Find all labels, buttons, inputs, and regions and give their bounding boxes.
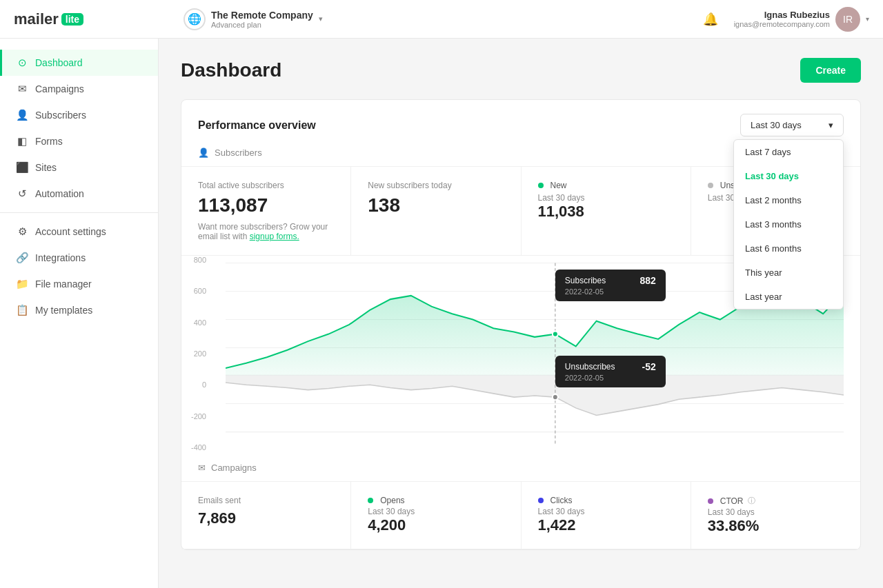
ctor-label: CTOR bbox=[720, 496, 744, 506]
sidebar-item-my-templates[interactable]: 📋 My templates bbox=[0, 297, 158, 323]
sidebar-item-file-manager[interactable]: 📁 File manager bbox=[0, 271, 158, 297]
period-label: Last 30 days bbox=[751, 120, 802, 130]
dropdown-item-30days[interactable]: Last 30 days bbox=[734, 164, 843, 188]
subscribe-dot bbox=[553, 331, 558, 336]
new-today-label: New subscribers today bbox=[368, 181, 504, 190]
signup-link[interactable]: signup forms. bbox=[250, 232, 299, 241]
clicks-header: Clicks bbox=[538, 496, 674, 505]
y-600: 600 bbox=[181, 287, 206, 295]
sidebar-item-label: Integrations bbox=[35, 252, 86, 263]
ctor-sub: Last 30 days bbox=[708, 507, 844, 517]
company-icon: 🌐 bbox=[183, 8, 206, 30]
ctor-info-icon: ⓘ bbox=[748, 496, 755, 506]
sidebar-item-forms[interactable]: ◧ Forms bbox=[0, 128, 158, 154]
sidebar-item-integrations[interactable]: 🔗 Integrations bbox=[0, 245, 158, 271]
y-800: 800 bbox=[181, 256, 206, 264]
campaigns-icon: ✉ bbox=[16, 83, 28, 95]
sidebar-item-dashboard[interactable]: ⊙ Dashboard bbox=[0, 50, 158, 76]
user-email: ignas@remotecompany.com bbox=[734, 20, 830, 28]
company-plan: Advanced plan bbox=[211, 21, 313, 29]
automation-icon: ↺ bbox=[16, 187, 28, 200]
stat-opens: Opens Last 30 days 4,200 bbox=[351, 482, 521, 549]
nav-divider bbox=[0, 212, 158, 213]
sidebar-item-account-settings[interactable]: ⚙ Account settings bbox=[0, 219, 158, 245]
logo-area: mailer lite bbox=[14, 10, 172, 28]
new-dot bbox=[538, 183, 544, 188]
main-content: Dashboard Create Performance overview La… bbox=[159, 39, 883, 588]
sidebar-item-label: My templates bbox=[35, 305, 92, 316]
dropdown-item-2months[interactable]: Last 2 months bbox=[734, 188, 843, 212]
clicks-dot bbox=[538, 498, 544, 503]
sidebar-item-label: Forms bbox=[35, 136, 63, 147]
sidebar-item-label: Dashboard bbox=[35, 57, 83, 68]
period-dropdown[interactable]: Last 30 days ▾ bbox=[740, 114, 844, 136]
sidebar-item-sites[interactable]: ⬛ Sites bbox=[0, 154, 158, 181]
sidebar-item-label: Subscribers bbox=[35, 110, 86, 121]
clicks-value: 1,422 bbox=[538, 516, 674, 534]
campaigns-label: Campaigns bbox=[211, 463, 257, 473]
create-button[interactable]: Create bbox=[800, 58, 861, 83]
user-menu[interactable]: Ignas Rubezius ignas@remotecompany.com I… bbox=[734, 7, 869, 32]
dropdown-item-7days[interactable]: Last 7 days bbox=[734, 140, 843, 164]
user-chevron: ▾ bbox=[866, 15, 869, 23]
campaigns-stats-row: Emails sent 7,869 Opens Last 30 days 4,2… bbox=[181, 482, 860, 549]
account-settings-icon: ⚙ bbox=[16, 225, 28, 238]
company-selector[interactable]: 🌐 The Remote Company Advanced plan ▾ bbox=[183, 8, 687, 30]
stat-new-today: New subscribers today 138 bbox=[351, 167, 521, 255]
performance-overview-card: Performance overview Last 30 days ▾ Last… bbox=[181, 99, 861, 550]
dropdown-chevron: ▾ bbox=[829, 120, 833, 130]
y-0: 0 bbox=[181, 381, 206, 389]
company-name: The Remote Company bbox=[211, 10, 313, 21]
tooltip-row2: Unsubscribes -52 bbox=[565, 361, 656, 372]
sidebar-item-label: Automation bbox=[35, 188, 84, 199]
y-axis: 800 600 400 200 0 -200 -400 bbox=[181, 256, 209, 452]
forms-icon: ◧ bbox=[16, 135, 28, 148]
tooltip-date: 2022-02-05 bbox=[565, 287, 656, 296]
avatar: IR bbox=[835, 7, 860, 32]
clicks-sub: Last 30 days bbox=[538, 507, 674, 516]
opens-value: 4,200 bbox=[368, 516, 504, 534]
subscribers-icon-small: 👤 bbox=[198, 148, 209, 158]
period-dropdown-menu: Last 7 days Last 30 days Last 2 months L… bbox=[733, 139, 844, 310]
new-period-header: New bbox=[538, 181, 674, 190]
topbar-right: 🔔 Ignas Rubezius ignas@remotecompany.com… bbox=[698, 7, 869, 32]
clicks-label: Clicks bbox=[550, 496, 573, 505]
tooltip-row: Subscribes 882 bbox=[565, 275, 656, 286]
total-label: Total active subscribers bbox=[198, 181, 334, 190]
logo-lite: lite bbox=[61, 13, 83, 26]
ctor-value: 33.86% bbox=[708, 517, 844, 535]
sidebar-item-label: File manager bbox=[35, 278, 92, 290]
dropdown-item-3months[interactable]: Last 3 months bbox=[734, 212, 843, 236]
integrations-icon: 🔗 bbox=[16, 252, 28, 264]
y-400: 400 bbox=[181, 318, 206, 327]
sidebar-item-subscribers[interactable]: 👤 Subscribers bbox=[0, 102, 158, 128]
subscribe-tooltip: Subscribes 882 2022-02-05 bbox=[555, 270, 666, 301]
stat-total: Total active subscribers 113,087 Want mo… bbox=[181, 167, 351, 255]
stat-emails-sent: Emails sent 7,869 bbox=[181, 482, 351, 549]
dropdown-item-this-year[interactable]: This year bbox=[734, 261, 843, 285]
stat-ctor: CTOR ⓘ Last 30 days 33.86% bbox=[691, 482, 860, 549]
sidebar-item-automation[interactable]: ↺ Automation bbox=[0, 181, 158, 207]
topbar: mailer lite 🌐 The Remote Company Advance… bbox=[0, 0, 883, 39]
unsub-dot bbox=[708, 183, 713, 188]
dashboard-icon: ⊙ bbox=[16, 57, 28, 69]
new-period-value: 11,038 bbox=[538, 203, 674, 221]
unsubscribe-dot bbox=[553, 394, 558, 400]
performance-overview-title: Performance overview bbox=[198, 119, 316, 132]
dropdown-item-last-year[interactable]: Last year bbox=[734, 285, 843, 309]
logo-text: mailer bbox=[14, 10, 59, 28]
notification-button[interactable]: 🔔 bbox=[698, 7, 723, 32]
stat-new-period: New Last 30 days 11,038 bbox=[522, 167, 691, 255]
opens-dot bbox=[368, 498, 373, 503]
templates-icon: 📋 bbox=[16, 304, 28, 316]
company-chevron: ▾ bbox=[319, 14, 323, 23]
new-label: New bbox=[550, 181, 567, 190]
stat-clicks: Clicks Last 30 days 1,422 bbox=[522, 482, 691, 549]
tooltip-value: 882 bbox=[639, 275, 655, 286]
sidebar-item-campaigns[interactable]: ✉ Campaigns bbox=[0, 76, 158, 102]
sites-icon: ⬛ bbox=[16, 161, 28, 174]
dropdown-item-6months[interactable]: Last 6 months bbox=[734, 236, 843, 261]
tooltip-date2: 2022-02-05 bbox=[565, 374, 656, 382]
unsubscribe-tooltip: Unsubscribes -52 2022-02-05 bbox=[555, 356, 666, 387]
ctor-header: CTOR ⓘ bbox=[708, 496, 844, 506]
